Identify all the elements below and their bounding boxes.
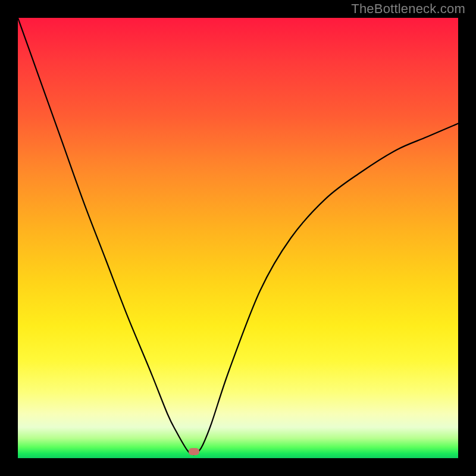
- chart-frame: TheBottleneck.com: [0, 0, 476, 476]
- optimal-point-marker: [189, 448, 199, 455]
- bottleneck-curve: [18, 18, 458, 458]
- watermark-text: TheBottleneck.com: [351, 1, 465, 17]
- plot-area: [18, 18, 458, 458]
